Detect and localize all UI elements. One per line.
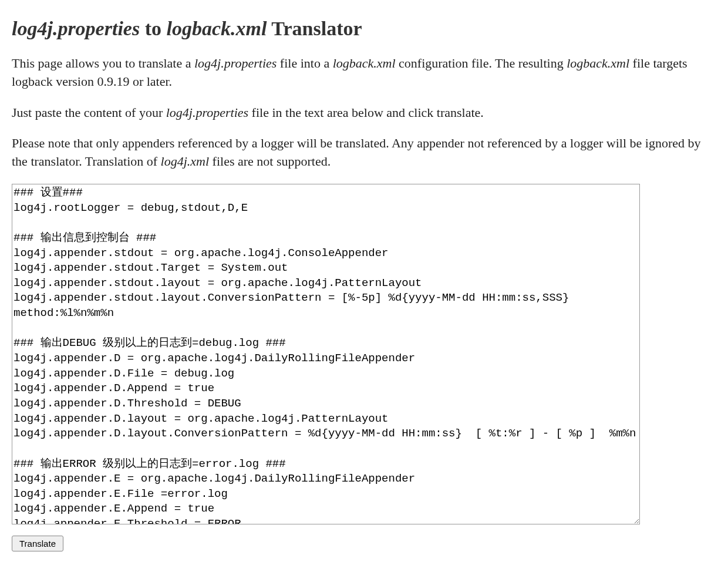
intro-text: configuration file. The resulting [396, 56, 567, 70]
intro-text: file in the text area below and click tr… [248, 105, 484, 120]
intro-paragraph-2: Just paste the content of your log4j.pro… [12, 104, 716, 122]
intro-italic: log4j.properties [194, 56, 277, 70]
title-part-3: logback.xml [167, 18, 267, 39]
intro-paragraph-1: This page allows you to translate a log4… [12, 55, 716, 91]
intro-text: Please note that only appenders referenc… [12, 136, 701, 169]
intro-text: file into a [277, 56, 332, 70]
button-row: Translate [12, 536, 716, 551]
intro-italic: log4j.xml [161, 154, 210, 169]
translate-button[interactable]: Translate [12, 536, 63, 551]
intro-italic: log4j.properties [166, 105, 248, 120]
intro-italic: logback.xml [567, 56, 629, 70]
intro-text: This page allows you to translate a [12, 56, 194, 70]
title-part-2: to [140, 18, 166, 39]
intro-text: Just paste the content of your [12, 105, 166, 120]
intro-text: files are not supported. [209, 154, 331, 169]
properties-input[interactable]: ### 设置### log4j.rootLogger = debug,stdou… [12, 184, 640, 524]
intro-italic: logback.xml [333, 56, 396, 70]
page-title: log4j.properties to logback.xml Translat… [12, 18, 716, 40]
intro-paragraph-3: Please note that only appenders referenc… [12, 134, 716, 171]
title-part-4: Translator [267, 18, 362, 39]
title-part-1: log4j.properties [12, 18, 140, 39]
